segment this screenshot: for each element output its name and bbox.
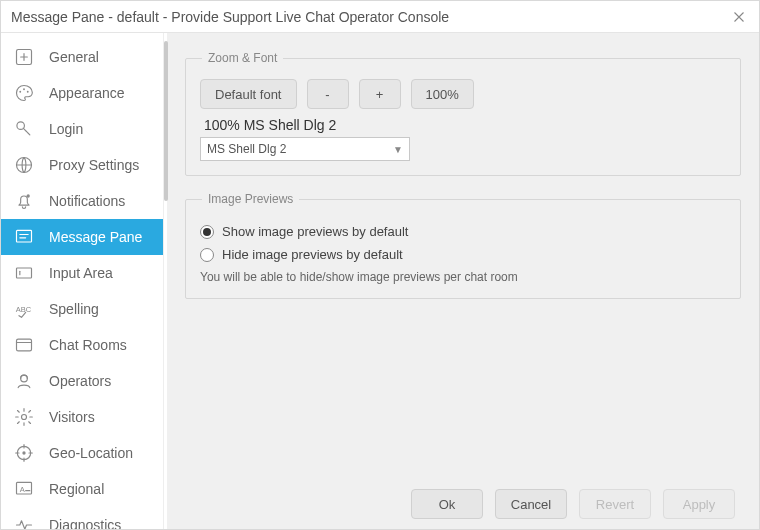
sidebar-item-label: Visitors	[49, 409, 95, 425]
settings-window: Message Pane - default - Provide Support…	[0, 0, 760, 530]
gear-icon	[13, 406, 35, 428]
svg-point-14	[22, 451, 25, 454]
chevron-down-icon: ▼	[393, 144, 403, 155]
sidebar-item-visitors[interactable]: Visitors	[1, 399, 163, 435]
image-previews-group: Image Previews Show image previews by de…	[185, 192, 741, 299]
sidebar-item-label: Appearance	[49, 85, 125, 101]
sidebar-item-label: Diagnostics	[49, 517, 121, 529]
sidebar-item-label: Geo-Location	[49, 445, 133, 461]
sidebar-item-label: General	[49, 49, 99, 65]
ok-button[interactable]: Ok	[411, 489, 483, 519]
sidebar-item-input-area[interactable]: Input Area	[1, 255, 163, 291]
sidebar-item-geo-location[interactable]: Geo-Location	[1, 435, 163, 471]
sidebar-item-spelling[interactable]: ABCSpelling	[1, 291, 163, 327]
diagnostics-icon	[13, 514, 35, 529]
message-pane-icon	[13, 226, 35, 248]
current-font-label: 100% MS Shell Dlg 2	[204, 117, 726, 133]
sidebar: GeneralAppearanceLoginProxy SettingsNoti…	[1, 33, 167, 529]
sidebar-item-label: Proxy Settings	[49, 157, 139, 173]
sidebar-item-label: Regional	[49, 481, 104, 497]
sidebar-item-label: Chat Rooms	[49, 337, 127, 353]
sidebar-item-label: Message Pane	[49, 229, 142, 245]
sidebar-item-appearance[interactable]: Appearance	[1, 75, 163, 111]
input-area-icon	[13, 262, 35, 284]
svg-text:ABC: ABC	[16, 305, 32, 314]
svg-text:A: A	[20, 485, 25, 494]
sidebar-item-label: Notifications	[49, 193, 125, 209]
sidebar-item-proxy[interactable]: Proxy Settings	[1, 147, 163, 183]
sidebar-item-operators[interactable]: Operators	[1, 363, 163, 399]
zoom-font-legend: Zoom & Font	[202, 51, 283, 65]
sidebar-item-notifications[interactable]: Notifications	[1, 183, 163, 219]
radio-hide-label: Hide image previews by default	[222, 247, 403, 262]
zoom-font-group: Zoom & Font Default font - + 100% 100% M…	[185, 51, 741, 176]
zoom-reset-button[interactable]: 100%	[411, 79, 474, 109]
sidebar-scrollbar[interactable]	[163, 33, 167, 529]
revert-button[interactable]: Revert	[579, 489, 651, 519]
sidebar-item-label: Input Area	[49, 265, 113, 281]
font-select[interactable]: MS Shell Dlg 2 ▼	[200, 137, 410, 161]
sidebar-item-general[interactable]: General	[1, 39, 163, 75]
sidebar-item-label: Operators	[49, 373, 111, 389]
zoom-in-button[interactable]: +	[359, 79, 401, 109]
image-previews-help: You will be able to hide/show image prev…	[200, 270, 726, 284]
palette-icon	[13, 82, 35, 104]
plus-square-icon	[13, 46, 35, 68]
regional-icon: A	[13, 478, 35, 500]
zoom-out-button[interactable]: -	[307, 79, 349, 109]
sidebar-item-login[interactable]: Login	[1, 111, 163, 147]
titlebar: Message Pane - default - Provide Support…	[1, 1, 759, 33]
sidebar-item-label: Login	[49, 121, 83, 137]
svg-rect-7	[17, 230, 32, 242]
bell-icon	[13, 190, 35, 212]
svg-point-6	[27, 194, 30, 197]
svg-point-3	[27, 91, 29, 93]
globe-icon	[13, 154, 35, 176]
window-title: Message Pane - default - Provide Support…	[11, 9, 727, 25]
font-select-value: MS Shell Dlg 2	[207, 142, 286, 156]
default-font-button[interactable]: Default font	[200, 79, 297, 109]
svg-rect-8	[17, 268, 32, 278]
operator-icon	[13, 370, 35, 392]
svg-rect-10	[17, 339, 32, 351]
radio-icon	[200, 248, 214, 262]
svg-point-2	[23, 88, 25, 90]
image-previews-legend: Image Previews	[202, 192, 299, 206]
geolocation-icon	[13, 442, 35, 464]
radio-icon	[200, 225, 214, 239]
sidebar-item-chat-rooms[interactable]: Chat Rooms	[1, 327, 163, 363]
apply-button[interactable]: Apply	[663, 489, 735, 519]
spelling-icon: ABC	[13, 298, 35, 320]
sidebar-item-diagnostics[interactable]: Diagnostics	[1, 507, 163, 529]
radio-hide-previews[interactable]: Hide image previews by default	[200, 247, 726, 262]
key-icon	[13, 118, 35, 140]
sidebar-item-message-pane[interactable]: Message Pane	[1, 219, 163, 255]
cancel-button[interactable]: Cancel	[495, 489, 567, 519]
content-pane: Zoom & Font Default font - + 100% 100% M…	[167, 33, 759, 529]
svg-point-1	[19, 91, 21, 93]
dialog-footer: Ok Cancel Revert Apply	[185, 479, 741, 529]
window-icon	[13, 334, 35, 356]
radio-show-label: Show image previews by default	[222, 224, 408, 239]
sidebar-scrollbar-thumb[interactable]	[164, 41, 168, 201]
sidebar-item-label: Spelling	[49, 301, 99, 317]
radio-show-previews[interactable]: Show image previews by default	[200, 224, 726, 239]
svg-point-12	[22, 415, 27, 420]
close-button[interactable]	[727, 5, 751, 29]
sidebar-item-regional[interactable]: ARegional	[1, 471, 163, 507]
close-icon	[733, 11, 745, 23]
